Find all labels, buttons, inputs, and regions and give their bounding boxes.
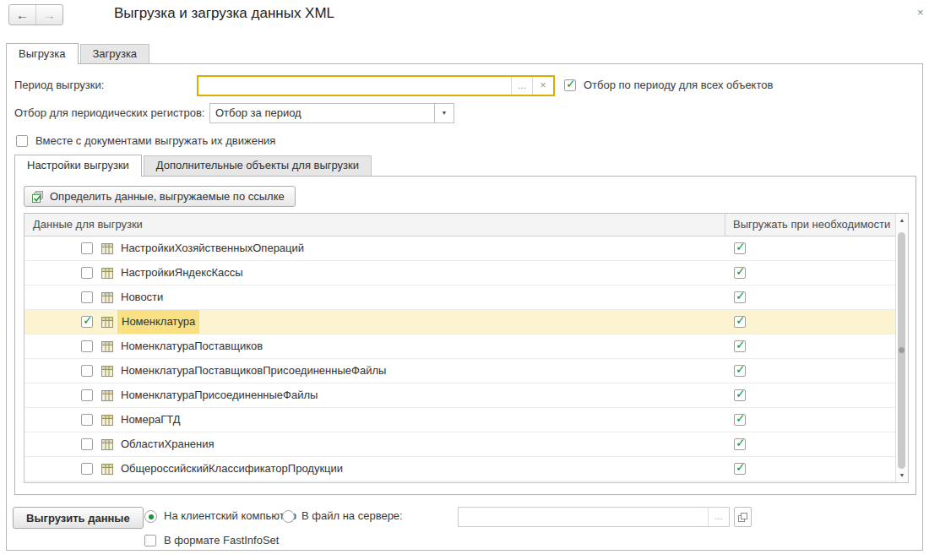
table-header: Данные для выгрузки Выгружать при необхо… (24, 214, 908, 237)
export-tab-panel: Период выгрузки: ... × Отбор по периоду … (6, 63, 923, 551)
row-export-checkbox[interactable] (81, 316, 93, 328)
define-data-by-ref-label: Определить данные, выгружаемые по ссылке (50, 190, 285, 203)
row-name[interactable]: НомераГТД (121, 408, 181, 432)
row-name[interactable]: Новости (121, 285, 163, 309)
table-row[interactable]: НоменклатураПоставщиков (24, 334, 895, 359)
scroll-down-icon[interactable]: ▼ (896, 472, 908, 478)
row-name[interactable]: Номенклатура (117, 310, 199, 334)
row-on-demand-checkbox[interactable] (734, 365, 746, 377)
table-row[interactable]: НомераГТД (24, 408, 895, 432)
period-ellipsis-icon[interactable]: ... (511, 77, 532, 95)
scroll-up-icon[interactable]: ▲ (896, 217, 908, 223)
xml-export-import-window: ← → Выгрузка и загрузка данных XML × Выг… (0, 0, 929, 560)
destination-client-label[interactable]: На клиентский компьютер (164, 506, 296, 526)
periodic-registers-value: Отбор за период (210, 104, 434, 122)
row-on-demand-checkbox[interactable] (734, 242, 746, 254)
row-on-demand-checkbox[interactable] (734, 291, 746, 303)
settings-tabstrip: Настройки выгрузки Дополнительные объект… (14, 155, 372, 177)
table-row[interactable]: НоменклатураПрисоединенныеФайлы (24, 383, 895, 408)
column-header-data[interactable]: Данные для выгрузки (33, 214, 143, 236)
row-export-checkbox[interactable] (81, 438, 93, 450)
period-all-objects-label[interactable]: Отбор по периоду для всех объектов (584, 75, 773, 95)
row-on-demand-checkbox[interactable] (734, 414, 746, 426)
row-export-checkbox[interactable] (81, 291, 93, 303)
row-name[interactable]: НастройкиЯндексКассы (121, 261, 243, 285)
periodic-registers-select[interactable]: Отбор за период ▼ (209, 103, 454, 123)
periodic-registers-label: Отбор для периодических регистров: (14, 103, 204, 123)
row-on-demand-checkbox[interactable] (734, 316, 746, 328)
fastinfoset-checkbox[interactable] (144, 535, 156, 546)
row-export-checkbox[interactable] (81, 414, 93, 426)
server-path-field: ... (458, 507, 730, 527)
scrollbar-thumb[interactable] (898, 232, 905, 469)
row-name[interactable]: НастройкиХозяйственныхОпераций (121, 237, 304, 260)
export-data-button[interactable]: Выгрузить данные (13, 507, 144, 529)
table-row[interactable]: НастройкиХозяйственныхОпераций (24, 237, 895, 261)
row-name[interactable]: НоменклатураПрисоединенныеФайлы (121, 383, 318, 407)
scrollbar-grip (899, 347, 905, 353)
back-arrow-icon[interactable]: ← (9, 5, 35, 24)
overlapping-windows-icon (738, 513, 747, 522)
row-on-demand-checkbox[interactable] (734, 267, 746, 279)
server-path-input[interactable] (459, 508, 708, 526)
fastinfoset-label[interactable]: В формате FastInfoSet (164, 530, 279, 551)
row-export-checkbox[interactable] (81, 463, 93, 475)
table-row[interactable]: ОбщероссийскийКлассификаторПродукции (24, 457, 895, 481)
period-label: Период выгрузки: (14, 75, 104, 95)
with-documents-label[interactable]: Вместе с документами выгружать их движен… (35, 131, 275, 151)
export-settings-panel: Определить данные, выгружаемые по ссылке… (14, 176, 916, 495)
row-export-checkbox[interactable] (81, 365, 93, 377)
period-field: ... × (197, 75, 555, 96)
register-table-icon (101, 317, 113, 328)
open-dialog-button[interactable] (734, 507, 752, 527)
history-nav-group: ← → (8, 4, 63, 25)
row-export-checkbox[interactable] (81, 242, 93, 254)
column-divider (725, 214, 725, 236)
register-table-icon (101, 439, 113, 450)
close-icon[interactable]: × (917, 7, 924, 19)
server-path-ellipsis-icon[interactable]: ... (708, 508, 729, 526)
tab-import[interactable]: Загрузка (80, 44, 150, 63)
row-on-demand-checkbox[interactable] (734, 463, 746, 475)
row-on-demand-checkbox[interactable] (734, 340, 746, 352)
register-table-icon (101, 366, 113, 377)
table-row[interactable]: Новости (24, 285, 895, 310)
row-name[interactable]: ОбластиХранения (121, 432, 215, 456)
table-row[interactable]: ОбластиХранения (24, 432, 895, 457)
row-export-checkbox[interactable] (81, 340, 93, 352)
register-table-icon (101, 464, 113, 475)
table-body: НастройкиХозяйственныхОперацийНастройкиЯ… (24, 237, 895, 482)
register-table-icon (101, 415, 113, 426)
table-row[interactable]: НоменклатураПоставщиковПрисоединенныеФай… (24, 359, 895, 383)
period-input[interactable] (198, 77, 511, 95)
register-table-icon (101, 390, 113, 401)
page-title: Выгрузка и загрузка данных XML (114, 5, 334, 22)
row-name[interactable]: ОбщероссийскийКлассификаторПродукции (121, 457, 343, 481)
table-row[interactable]: Номенклатура (24, 310, 895, 334)
with-documents-checkbox[interactable] (16, 135, 28, 147)
destination-server-label[interactable]: В файл на сервере: (302, 506, 403, 526)
row-export-checkbox[interactable] (81, 267, 93, 279)
main-tabstrip: Выгрузка Загрузка (6, 43, 149, 64)
table-row[interactable]: НастройкиЯндексКассы (24, 261, 895, 285)
define-data-by-ref-button[interactable]: Определить данные, выгружаемые по ссылке (24, 186, 296, 207)
register-table-icon (101, 341, 113, 352)
row-export-checkbox[interactable] (81, 389, 93, 401)
row-name[interactable]: НоменклатураПоставщиков (121, 334, 263, 358)
register-table-icon (101, 243, 113, 254)
destination-server-radio[interactable] (282, 510, 295, 523)
row-on-demand-checkbox[interactable] (734, 438, 746, 450)
column-header-on-demand[interactable]: Выгружать при необходимости (733, 214, 890, 236)
period-clear-icon[interactable]: × (532, 77, 553, 95)
row-on-demand-checkbox[interactable] (734, 389, 746, 401)
export-data-table: Данные для выгрузки Выгружать при необхо… (24, 213, 909, 483)
row-name[interactable]: НоменклатураПоставщиковПрисоединенныеФай… (121, 359, 386, 383)
chevron-down-icon[interactable]: ▼ (434, 104, 454, 122)
destination-client-radio[interactable] (144, 510, 157, 523)
forward-arrow-icon[interactable]: → (35, 5, 62, 24)
vertical-scrollbar[interactable]: ▲ ▼ (895, 214, 908, 482)
tab-export-settings[interactable]: Настройки выгрузки (14, 155, 142, 177)
period-all-objects-checkbox[interactable] (564, 79, 576, 91)
tab-additional-objects[interactable]: Дополнительные объекты для выгрузки (144, 155, 372, 176)
tab-export[interactable]: Выгрузка (6, 43, 79, 64)
